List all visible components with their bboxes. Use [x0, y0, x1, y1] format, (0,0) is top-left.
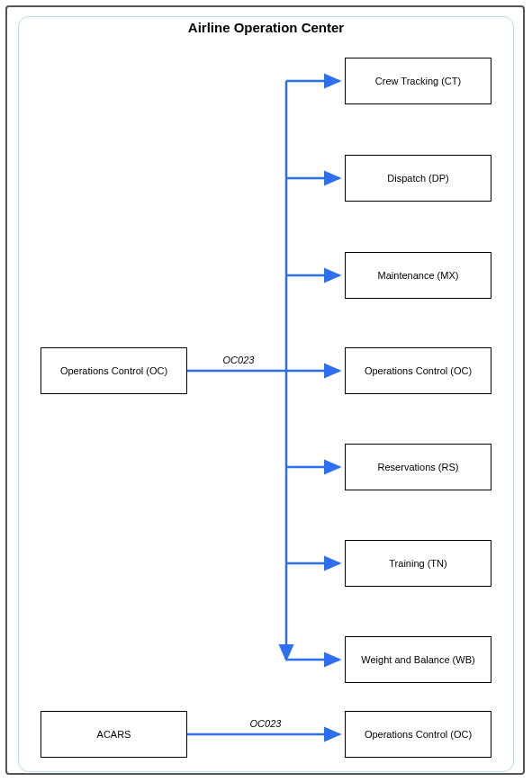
- box-operations-control-source: Operations Control (OC): [41, 347, 187, 394]
- box-label: Crew Tracking (CT): [375, 76, 461, 86]
- box-label: Operations Control (OC): [60, 365, 167, 376]
- box-label: Dispatch (DP): [387, 173, 448, 184]
- box-crew-tracking: Crew Tracking (CT): [345, 58, 491, 104]
- box-label: Operations Control (OC): [365, 365, 472, 376]
- box-operations-control-bottom: Operations Control (OC): [345, 711, 491, 758]
- edge-label-top: OC023: [212, 355, 266, 365]
- box-label: Weight and Balance (WB): [361, 654, 474, 665]
- box-label: ACARS: [97, 729, 131, 740]
- box-reservations: Reservations (RS): [345, 444, 491, 490]
- box-maintenance: Maintenance (MX): [345, 252, 491, 299]
- box-weight-balance: Weight and Balance (WB): [345, 636, 491, 683]
- edge-label-bottom: OC023: [239, 718, 293, 729]
- diagram-title: Airline Operation Center: [0, 20, 532, 35]
- box-dispatch: Dispatch (DP): [345, 155, 491, 202]
- box-label: Reservations (RS): [378, 462, 459, 472]
- box-training: Training (TN): [345, 540, 491, 587]
- box-acars: ACARS: [41, 711, 187, 758]
- box-label: Maintenance (MX): [378, 270, 459, 281]
- box-label: Training (TN): [389, 558, 446, 569]
- box-operations-control-target: Operations Control (OC): [345, 347, 491, 394]
- box-label: Operations Control (OC): [365, 729, 472, 740]
